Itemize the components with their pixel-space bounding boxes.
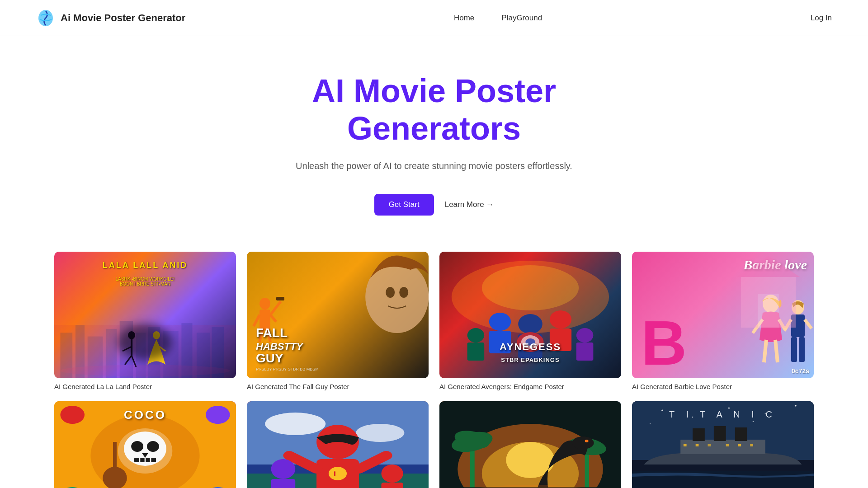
svg-rect-31 (276, 297, 284, 300)
poster-image-incredibles[interactable]: i (247, 401, 429, 488)
svg-line-20 (156, 344, 165, 351)
svg-rect-124 (708, 444, 711, 446)
logo-area: Ai Movie Poster Generator (36, 9, 185, 28)
hero-title: AI Movie Poster Generators (9, 72, 859, 147)
poster-card-barbie: Barbie love B (632, 252, 814, 390)
svg-point-22 (386, 287, 395, 298)
get-start-button[interactable]: Get Start (374, 194, 434, 216)
svg-point-70 (131, 441, 143, 452)
svg-rect-120 (735, 427, 747, 441)
svg-rect-117 (680, 440, 765, 454)
svg-point-116 (753, 421, 754, 422)
svg-rect-77 (113, 442, 117, 480)
svg-rect-99 (470, 446, 475, 488)
svg-line-26 (254, 315, 259, 326)
svg-line-17 (125, 356, 132, 365)
poster-image-jurassic[interactable] (439, 401, 621, 488)
poster-image-coco[interactable]: COCO (54, 401, 236, 488)
fallguy-credits: PRSLBY PRSBY STBR BB MBSM (256, 367, 319, 371)
logo-icon (36, 9, 55, 28)
poster-card-fallguy: FALL HABSTTY GUY PRSLBY PRSBY STBR BB MB… (247, 252, 429, 390)
logo-text: Ai Movie Poster Generator (61, 12, 185, 24)
poster-label-lalaland: AI Generated La La Land Poster (54, 383, 236, 390)
svg-point-23 (399, 287, 408, 298)
learn-more-button[interactable]: Learn More → (445, 200, 494, 209)
svg-point-39 (550, 310, 571, 328)
svg-rect-125 (726, 444, 729, 446)
barbie-bottom-text: 0c72s (792, 367, 809, 375)
main-nav: Home PlayGround (454, 14, 542, 23)
header: Ai Movie Poster Generator Home PlayGroun… (0, 0, 868, 36)
svg-point-41 (489, 313, 511, 331)
svg-rect-122 (684, 444, 687, 446)
poster-image-titanic[interactable]: T I T A N I C (632, 401, 814, 488)
poster-label-barbie: AI Generated Barbie Love Poster (632, 383, 814, 390)
hero-section: AI Movie Poster Generators Unleash the p… (0, 36, 868, 243)
svg-rect-102 (585, 451, 589, 488)
avengers-text: AYNEGESSSTBR EPABKINGS (439, 341, 621, 365)
svg-rect-119 (714, 426, 726, 441)
svg-point-24 (259, 298, 270, 310)
coco-title: COCO (54, 408, 236, 422)
svg-text:i: i (334, 469, 336, 478)
poster-card-lalaland: LALA LALL ANID LASRK -BINGM WORKCILE!BOO… (54, 252, 236, 390)
svg-line-16 (123, 347, 132, 351)
hero-subtitle: Unleash the power of AI to create stunni… (9, 161, 859, 171)
svg-point-71 (147, 441, 159, 452)
svg-point-112 (728, 407, 730, 408)
svg-line-49 (764, 340, 766, 362)
nav-playground[interactable]: PlayGround (501, 14, 542, 23)
svg-point-105 (585, 440, 589, 442)
svg-point-91 (271, 459, 296, 479)
poster-label-avengers: AI Generated Avengers: Endgame Poster (439, 383, 621, 390)
svg-point-114 (795, 405, 797, 406)
svg-point-43 (576, 328, 594, 343)
poster-card-titanic: T I T A N I C (632, 401, 814, 488)
poster-label-fallguy: AI Generated The Fall Guy Poster (247, 383, 429, 390)
svg-marker-60 (737, 256, 800, 277)
svg-point-34 (518, 314, 542, 334)
gallery-section: LALA LALL ANID LASRK -BINGM WORKCILE!BOO… (0, 243, 868, 488)
svg-text:B: B (641, 307, 686, 369)
svg-rect-118 (693, 428, 705, 441)
nav-home[interactable]: Home (454, 14, 474, 23)
poster-image-lalaland[interactable]: LALA LALL ANID LASRK -BINGM WORKCILE!BOO… (54, 252, 236, 378)
svg-rect-61 (758, 294, 779, 328)
gallery-row-2: COCO (54, 401, 814, 488)
svg-line-27 (270, 315, 276, 322)
svg-point-115 (650, 423, 651, 424)
hero-buttons: Get Start Learn More → (9, 194, 859, 216)
svg-rect-127 (750, 444, 753, 446)
lalaland-title: LALA LALL ANID (54, 261, 236, 270)
lalaland-subtitle: LASRK -BINGM WORKCILE!BOON I BRRE STT-MA… (54, 277, 236, 286)
svg-point-81 (356, 424, 404, 442)
poster-card-avengers: AYNEGESSSTBR EPABKINGS AI Generated Aven… (439, 252, 621, 390)
titanic-title: T I T A N I C (632, 409, 814, 420)
svg-line-30 (270, 301, 281, 315)
svg-point-104 (572, 436, 594, 449)
svg-rect-55 (791, 337, 797, 362)
poster-card-coco: COCO (54, 401, 236, 488)
svg-point-19 (153, 331, 160, 339)
svg-point-85 (329, 467, 347, 480)
svg-line-18 (132, 356, 136, 367)
svg-rect-123 (696, 444, 699, 446)
poster-card-incredibles: i (247, 401, 429, 488)
poster-card-jurassic (439, 401, 621, 488)
poster-image-fallguy[interactable]: FALL HABSTTY GUY PRSLBY PRSBY STBR BB MB… (247, 252, 429, 378)
svg-point-14 (128, 331, 135, 339)
svg-point-33 (482, 265, 579, 310)
gallery-row-1: LALA LALL ANID LASRK -BINGM WORKCILE!BOO… (54, 252, 814, 390)
svg-rect-56 (799, 337, 805, 362)
svg-rect-92 (271, 479, 296, 488)
poster-image-avengers[interactable]: AYNEGESSSTBR EPABKINGS (439, 252, 621, 378)
svg-point-45 (467, 328, 485, 343)
svg-rect-94 (381, 483, 403, 488)
svg-rect-126 (738, 444, 741, 446)
poster-image-barbie[interactable]: Barbie love B (632, 252, 814, 378)
login-button[interactable]: Log In (811, 14, 832, 23)
svg-point-80 (265, 413, 326, 435)
fallguy-text: FALL HABSTTY GUY (256, 327, 303, 365)
svg-line-50 (775, 340, 778, 362)
svg-point-93 (381, 465, 403, 483)
